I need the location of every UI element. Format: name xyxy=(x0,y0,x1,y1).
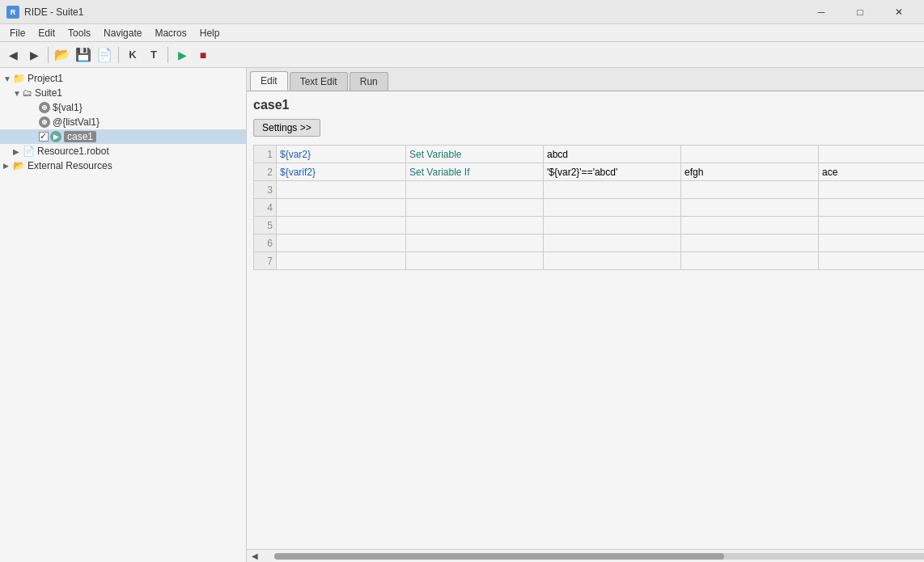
cell-1-4[interactable] xyxy=(681,146,819,163)
expand-arrow-project1: ▼ xyxy=(3,74,13,83)
sidebar-item-val1[interactable]: ⊕ ${val1} xyxy=(0,100,246,115)
cell-7-4[interactable] xyxy=(681,252,819,270)
cell-1-3[interactable]: abcd xyxy=(544,146,681,163)
cell-3-2[interactable] xyxy=(406,181,544,199)
row-num-2: 2 xyxy=(254,163,277,181)
case1-label: case1 xyxy=(64,131,96,142)
cell-4-4[interactable] xyxy=(681,199,819,217)
sidebar-item-resource1[interactable]: ▶ 📄 Resource1.robot xyxy=(0,144,246,158)
case1-checkbox[interactable] xyxy=(39,132,49,142)
cell-5-2[interactable] xyxy=(406,217,544,235)
variable-icon-listval1: ⊕ xyxy=(39,116,50,128)
external-icon: 📂 xyxy=(13,160,25,171)
app-icon: R xyxy=(6,6,19,19)
window-title: RIDE - Suite1 xyxy=(24,6,83,18)
cell-6-1[interactable] xyxy=(277,235,406,252)
table-row: 2 ${varif2} Set Variable If '${var2}'=='… xyxy=(254,163,925,181)
cell-7-5[interactable] xyxy=(819,252,925,270)
new-button[interactable]: 📄 xyxy=(95,45,114,65)
menu-navigate[interactable]: Navigate xyxy=(97,26,148,40)
menu-edit[interactable]: Edit xyxy=(32,26,61,40)
cell-3-5[interactable] xyxy=(819,181,925,199)
menu-help[interactable]: Help xyxy=(193,26,227,40)
scrollbar-area: ◀ ▶ xyxy=(247,549,924,562)
sidebar-item-project1[interactable]: ▼ 📁 Project1 xyxy=(0,71,246,86)
cell-4-3[interactable] xyxy=(544,199,681,217)
scroll-left-arrow[interactable]: ◀ xyxy=(248,551,261,560)
table-row: 6 xyxy=(254,235,925,252)
back-button[interactable]: ◀ xyxy=(3,45,23,65)
row-num-4: 4 xyxy=(254,199,277,217)
cell-1-1[interactable]: ${var2} xyxy=(277,146,406,163)
cell-4-2[interactable] xyxy=(406,199,544,217)
table-row: 5 xyxy=(254,217,925,235)
val1-label: ${val1} xyxy=(53,102,83,113)
cell-2-3[interactable]: '${var2}'=='abcd' xyxy=(544,163,681,181)
minimize-button[interactable]: ─ xyxy=(803,0,840,24)
cell-2-5[interactable]: ace xyxy=(819,163,925,181)
toolbar-separator-3 xyxy=(167,47,168,63)
sidebar-item-listval1[interactable]: ⊕ @{listVal1} xyxy=(0,115,246,129)
row-num-5: 5 xyxy=(254,217,277,235)
t-button[interactable]: T xyxy=(144,45,163,65)
table-row: 1 ${var2} Set Variable abcd xyxy=(254,146,925,163)
tab-run[interactable]: Run xyxy=(350,72,388,91)
menu-file[interactable]: File xyxy=(3,26,32,40)
cell-2-2[interactable]: Set Variable If xyxy=(406,163,544,181)
forward-button[interactable]: ▶ xyxy=(24,45,44,65)
cell-3-4[interactable] xyxy=(681,181,819,199)
cell-7-3[interactable] xyxy=(544,252,681,270)
cell-3-1[interactable] xyxy=(277,181,406,199)
toolbar: ◀ ▶ 📂 💾 📄 K T ▶ ■ xyxy=(0,42,924,68)
cell-7-1[interactable] xyxy=(277,252,406,270)
content-area: Edit Text Edit Run ◀ ▶ ✕ case1 Settings … xyxy=(247,68,924,562)
title-bar: R RIDE - Suite1 ─ □ ✕ xyxy=(0,0,924,24)
menu-macros[interactable]: Macros xyxy=(148,26,193,40)
cell-5-4[interactable] xyxy=(681,217,819,235)
cell-5-1[interactable] xyxy=(277,217,406,235)
settings-button[interactable]: Settings >> xyxy=(253,119,320,137)
expand-arrow-resource1: ▶ xyxy=(13,147,23,156)
close-button[interactable]: ✕ xyxy=(880,0,918,24)
run-button[interactable]: ▶ xyxy=(172,45,192,65)
open-button[interactable]: 📂 xyxy=(53,45,72,65)
save-button[interactable]: 💾 xyxy=(74,45,93,65)
cell-4-1[interactable] xyxy=(277,199,406,217)
expand-arrow-suite1: ▼ xyxy=(13,89,23,98)
cell-6-3[interactable] xyxy=(544,235,681,252)
scroll-track[interactable] xyxy=(274,553,924,560)
cell-5-5[interactable] xyxy=(819,217,925,235)
case1-run-icon: ▶ xyxy=(50,131,61,142)
tab-text-edit[interactable]: Text Edit xyxy=(290,72,348,91)
scroll-thumb[interactable] xyxy=(274,553,724,560)
cell-6-4[interactable] xyxy=(681,235,819,252)
cell-6-2[interactable] xyxy=(406,235,544,252)
listval1-label: @{listVal1} xyxy=(53,116,100,128)
cell-3-3[interactable] xyxy=(544,181,681,199)
cell-2-1[interactable]: ${varif2} xyxy=(277,163,406,181)
cell-1-2[interactable]: Set Variable xyxy=(406,146,544,163)
tabs-bar: Edit Text Edit Run ◀ ▶ ✕ xyxy=(247,68,924,91)
cell-4-5[interactable] xyxy=(819,199,925,217)
table-row: 7 xyxy=(254,252,925,270)
sidebar-item-case1[interactable]: ▶ case1 xyxy=(0,129,246,144)
cell-7-2[interactable] xyxy=(406,252,544,270)
suite1-label: Suite1 xyxy=(35,87,62,99)
editor-grid: 1 ${var2} Set Variable abcd 2 ${varif2} … xyxy=(253,145,924,270)
variable-icon-val1: ⊕ xyxy=(39,102,50,113)
external-label: External Resources xyxy=(28,160,112,171)
tab-edit[interactable]: Edit xyxy=(250,71,288,91)
cell-6-5[interactable] xyxy=(819,235,925,252)
maximize-button[interactable]: □ xyxy=(841,0,879,24)
stop-button[interactable]: ■ xyxy=(193,45,213,65)
row-num-7: 7 xyxy=(254,252,277,270)
cell-5-3[interactable] xyxy=(544,217,681,235)
sidebar-item-external[interactable]: ▶ 📂 External Resources xyxy=(0,158,246,173)
sidebar-item-suite1[interactable]: ▼ 🗂 Suite1 xyxy=(0,86,246,100)
table-row: 4 xyxy=(254,199,925,217)
cell-1-5[interactable] xyxy=(819,146,925,163)
menu-tools[interactable]: Tools xyxy=(61,26,97,40)
cell-2-4[interactable]: efgh xyxy=(681,163,819,181)
horizontal-scrollbar[interactable]: ◀ ▶ xyxy=(247,549,924,562)
k-button[interactable]: K xyxy=(123,45,142,65)
